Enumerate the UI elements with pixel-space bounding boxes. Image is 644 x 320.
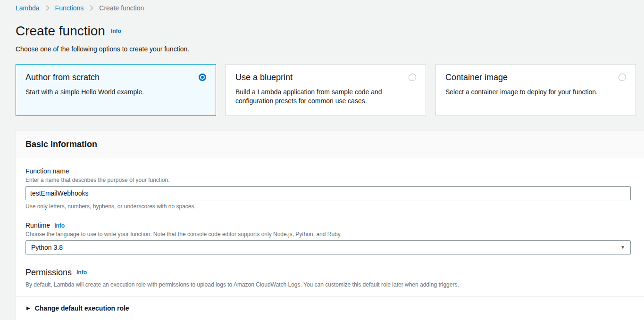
chevron-down-icon: ▼	[620, 245, 625, 250]
expander-label: Change default execution role	[35, 304, 129, 312]
panel-body: Function name Enter a name that describe…	[16, 157, 644, 288]
page-title: Create function	[16, 24, 105, 38]
function-name-field: Function name Enter a name that describe…	[25, 167, 631, 210]
breadcrumb-current-page: Create function	[99, 4, 144, 12]
breadcrumb-separator-icon	[45, 5, 50, 11]
card-use-a-blueprint[interactable]: Use a blueprint Build a Lambda applicati…	[226, 64, 426, 116]
change-execution-role-expander[interactable]: ▶ Change default execution role	[16, 297, 644, 320]
function-name-description: Enter a name that describes the purpose …	[25, 177, 631, 184]
breadcrumb-separator-icon	[89, 5, 93, 11]
function-name-label: Function name	[25, 167, 631, 175]
card-title: Container image	[445, 72, 508, 82]
card-description: Start with a simple Hello World example.	[25, 88, 206, 97]
breadcrumb-link-lambda[interactable]: Lambda	[16, 4, 40, 12]
radio-unselected-icon[interactable]	[409, 74, 416, 81]
card-title: Author from scratch	[25, 72, 100, 82]
breadcrumb: Lambda Functions Create function	[0, 0, 644, 12]
title-info-link[interactable]: Info	[111, 28, 121, 34]
function-name-input[interactable]	[25, 186, 631, 200]
runtime-label: Runtime	[25, 221, 50, 230]
card-description: Build a Lambda application from sample c…	[235, 88, 416, 106]
runtime-description: Choose the language to use to write your…	[25, 231, 631, 238]
runtime-selected-option: Python 3.8	[31, 244, 63, 251]
runtime-select[interactable]: Python 3.8 ▼	[25, 240, 631, 254]
permissions-description: By default, Lambda will create an execut…	[25, 281, 631, 288]
card-container-image[interactable]: Container image Select a container image…	[435, 64, 636, 116]
permissions-title: Permissions	[25, 268, 72, 277]
caret-right-icon: ▶	[26, 306, 30, 311]
runtime-info-link[interactable]: Info	[54, 222, 65, 229]
page-subtitle: Choose one of the following options to c…	[16, 45, 644, 53]
radio-unselected-icon[interactable]	[619, 74, 626, 81]
card-author-from-scratch[interactable]: Author from scratch Start with a simple …	[16, 64, 216, 116]
radio-selected-icon[interactable]	[199, 74, 206, 81]
panel-header: Basic information	[16, 131, 644, 157]
page-title-row: Create functionInfo	[16, 24, 644, 39]
function-name-constraint: Use only letters, numbers, hyphens, or u…	[25, 203, 631, 210]
runtime-field: Runtime Info Choose the language to use …	[25, 221, 631, 254]
breadcrumb-link-functions[interactable]: Functions	[55, 4, 84, 12]
card-title: Use a blueprint	[235, 72, 293, 82]
basic-information-panel: Basic information Function name Enter a …	[16, 131, 644, 320]
permissions-section: PermissionsInfo By default, Lambda will …	[25, 267, 631, 288]
panel-title: Basic information	[25, 139, 97, 149]
create-function-page: Lambda Functions Create function Create …	[0, 0, 644, 320]
permissions-info-link[interactable]: Info	[76, 269, 87, 276]
creation-option-cards: Author from scratch Start with a simple …	[16, 64, 636, 116]
radio-dot	[201, 76, 204, 79]
card-description: Select a container image to deploy for y…	[445, 88, 626, 97]
